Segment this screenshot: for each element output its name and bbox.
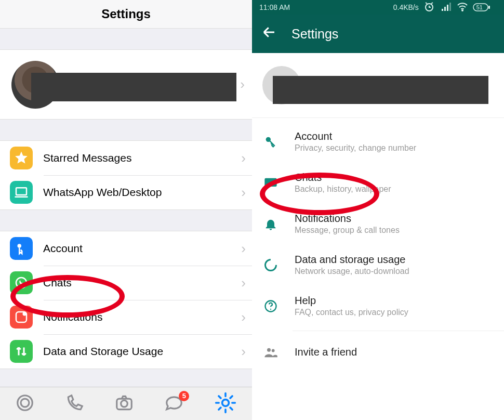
people-icon [263,345,278,360]
row-help[interactable]: Help FAQ, contact us, privacy policy [252,285,504,326]
profile-row[interactable] [252,53,504,118]
row-subtitle: Backup, history, wallpaper [295,185,391,194]
key-icon [10,237,33,260]
row-chats[interactable]: Chats Backup, history, wallpaper [252,162,504,203]
settings-list: Account Privacy, security, change number… [252,118,504,373]
svg-point-6 [21,399,29,407]
row-invite-friend[interactable]: Invite a friend [252,335,504,370]
tab-chats[interactable]: 5 [164,393,184,415]
chevron-right-icon: › [241,241,246,257]
svg-rect-13 [447,5,448,11]
laptop-icon [10,181,33,204]
notification-badge-icon [10,306,33,329]
tab-status[interactable] [15,393,35,415]
settings-group-2: Account › Chats › Notifications › [0,231,252,369]
svg-point-19 [266,259,276,270]
row-label: Notifications [43,311,241,323]
whatsapp-icon [10,271,33,294]
row-data-storage[interactable]: Data and storage usage Network usage, au… [252,244,504,285]
profile-row[interactable]: › [0,49,252,120]
wifi-icon [456,1,469,15]
row-notifications[interactable]: Notifications › [0,300,252,334]
tab-settings[interactable] [214,391,237,416]
status-time: 11:08 AM [259,3,290,11]
chevron-right-icon: › [240,76,245,93]
row-chats[interactable]: Chats › [0,266,252,300]
chevron-right-icon: › [241,344,246,360]
row-whatsapp-web[interactable]: WhatsApp Web/Desktop › [0,175,252,209]
redacted-name-bar [31,73,236,101]
svg-rect-14 [449,3,451,11]
signal-icon [440,1,452,15]
row-subtitle: Privacy, security, change number [295,143,416,153]
chevron-right-icon: › [241,185,246,201]
row-subtitle: Network usage, auto-download [295,267,409,276]
title-text: Settings [101,7,151,21]
app-bar: Settings [252,15,504,53]
bell-icon [263,216,278,232]
row-title: Data and storage usage [295,254,409,266]
android-settings-panel: 11:08 AM 0.4KB/s 51 [252,0,504,420]
section-gap [0,210,252,231]
chevron-right-icon: › [241,150,246,166]
help-icon [263,298,278,314]
chat-icon [263,175,278,191]
chevron-right-icon: › [241,309,246,325]
svg-point-1 [18,244,22,248]
svg-point-9 [222,399,229,406]
star-icon [10,147,33,169]
section-gap [0,29,252,49]
ios-settings-panel: Settings › Starred Messages › WhatsApp W… [0,0,252,420]
svg-point-4 [23,312,27,316]
row-label: Starred Messages [43,152,241,164]
row-data-storage[interactable]: Data and Storage Usage › [0,334,252,369]
page-title: Settings [0,0,252,29]
redacted-name-bar [273,76,488,104]
back-button[interactable] [261,24,277,43]
row-title: Chats [295,172,391,183]
svg-point-23 [272,349,275,352]
chevron-right-icon: › [241,275,246,291]
svg-rect-12 [444,7,446,11]
svg-rect-17 [488,6,490,9]
row-subtitle: FAQ, contact us, privacy policy [295,308,408,317]
bottom-tab-bar: 5 [0,387,252,420]
svg-point-15 [462,10,463,11]
row-label: Account [43,242,241,255]
section-gap [0,120,252,140]
svg-rect-11 [442,9,443,11]
alarm-icon [423,1,435,15]
row-label: Data and Storage Usage [43,345,241,358]
row-notifications[interactable]: Notifications Message, group & call tone… [252,203,504,244]
tab-camera[interactable] [114,393,134,415]
row-starred-messages[interactable]: Starred Messages › [0,141,252,175]
appbar-title: Settings [291,27,338,42]
row-account[interactable]: Account Privacy, security, change number [252,121,504,162]
row-subtitle: Message, group & call tones [295,226,400,235]
row-label: WhatsApp Web/Desktop [43,186,241,199]
row-account[interactable]: Account › [0,231,252,266]
row-title: Notifications [295,213,400,225]
battery-text: 51 [476,4,483,10]
key-icon [263,134,278,150]
svg-point-8 [121,400,128,407]
svg-rect-0 [16,188,26,195]
row-title: Help [295,295,408,307]
chat-unread-badge: 5 [179,391,189,401]
svg-point-21 [270,308,271,309]
tab-calls[interactable] [65,393,85,415]
divider [293,331,504,331]
row-title: Account [295,130,416,142]
status-bar: 11:08 AM 0.4KB/s 51 [252,0,504,15]
battery-icon: 51 [473,3,497,11]
settings-group-1: Starred Messages › WhatsApp Web/Desktop … [0,140,252,210]
svg-point-22 [267,348,271,352]
svg-point-5 [18,395,33,410]
data-usage-icon [263,257,278,273]
row-label: Chats [43,277,241,289]
status-right: 0.4KB/s 51 [393,1,497,15]
row-title: Invite a friend [295,346,357,358]
arrows-up-down-icon [10,340,33,363]
status-speed: 0.4KB/s [393,3,419,11]
